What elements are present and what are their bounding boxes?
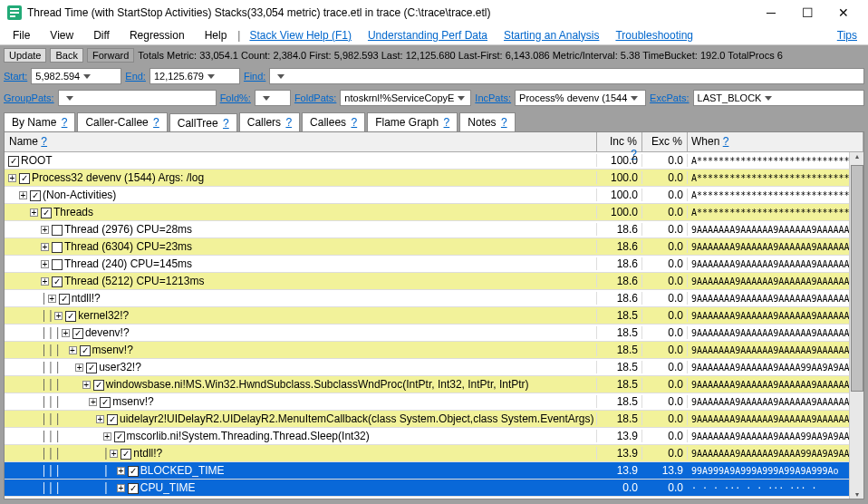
excpats-combo[interactable]: LAST_BLOCK [693,90,864,106]
checkbox-icon[interactable] [107,414,118,425]
incpats-label[interactable]: IncPats: [475,92,511,103]
expand-icon[interactable]: + [41,226,49,234]
menu-view[interactable]: View [41,27,82,44]
forward-button[interactable]: Forward [87,48,134,63]
grouppats-combo[interactable] [58,90,217,106]
find-combo[interactable] [269,68,864,84]
tree-row[interactable]: │││ +windowsbase.ni!MS.Win32.HwndSubclas… [5,376,863,393]
expand-icon[interactable]: + [41,277,49,286]
expand-icon[interactable]: + [48,295,56,303]
checkbox-icon[interactable] [65,311,76,322]
excpats-label[interactable]: ExcPats: [650,92,689,103]
tree-row[interactable]: │││ │ +CPU_TIME0.00.0·_·_·_···_·_·_···_·… [5,480,863,497]
col-when[interactable]: When ? [688,132,863,151]
checkbox-icon[interactable] [19,173,30,184]
link-starting-analysis[interactable]: Starting an Analysis [497,27,606,44]
vertical-scrollbar[interactable] [849,152,863,499]
foldpct-combo[interactable] [255,90,291,106]
col-inc-pct[interactable]: Inc % ? [597,132,642,151]
maximize-button[interactable]: ☐ [790,3,825,23]
col-name[interactable]: Name ? [5,132,597,151]
tree-row[interactable]: │││ +msenv!?18.50.09AAAAAAA9AAAAAA9AAAAA… [5,393,863,411]
checkbox-icon[interactable] [93,380,104,391]
tree-row[interactable]: │││+devenv!?18.50.09AAAAAAA9AAAAAA9AAAAA… [5,325,863,342]
tab-by-name[interactable]: By Name ? [4,112,75,131]
checkbox-icon[interactable] [52,259,63,270]
checkbox-icon[interactable] [128,483,139,494]
expand-icon[interactable]: + [96,415,104,423]
link-tips[interactable]: Tips [830,27,864,44]
expand-icon[interactable]: + [82,381,91,389]
tree-row[interactable]: +(Non-Activities)100.00.0A**************… [5,187,863,204]
checkbox-icon[interactable] [72,328,83,339]
checkbox-icon[interactable] [52,276,63,287]
expand-icon[interactable]: + [89,398,97,406]
tree-row[interactable]: │││ +mscorlib.ni!System.Threading.Thread… [5,428,863,445]
end-combo[interactable]: 12,125.679 [149,68,240,84]
tree-row[interactable]: │││ +msenv!?18.50.09AAAAAAA9AAAAAA9AAAAA… [5,342,863,359]
close-button[interactable]: ✕ [826,3,861,23]
tree-row[interactable]: ROOT100.00.0A***************************… [5,152,863,170]
expand-icon[interactable]: + [103,432,111,441]
foldpats-combo[interactable]: ntoskrnl!%ServiceCopyE [340,90,471,106]
update-button[interactable]: Update [4,48,46,63]
checkbox-icon[interactable] [52,242,63,253]
find-label[interactable]: Find: [244,71,265,82]
back-button[interactable]: Back [50,48,82,63]
expand-icon[interactable]: + [41,243,49,251]
tree-row[interactable]: │││ +user32!?18.50.09AAAAAAA9AAAAAA9AAAA… [5,359,863,376]
checkbox-icon[interactable] [100,397,111,408]
expand-icon[interactable]: + [30,208,38,217]
expand-icon[interactable]: + [19,191,27,199]
tree-row[interactable]: +Thread (6304) CPU=23ms18.60.09AAAAAAA9A… [5,238,863,256]
col-exc-pct[interactable]: Exc % [642,132,688,151]
checkbox-icon[interactable] [30,190,41,201]
tree-row[interactable]: +Thread (2976) CPU=28ms18.60.09AAAAAAA9A… [5,221,863,238]
foldpats-label[interactable]: FoldPats: [294,92,336,103]
link-understanding-perf[interactable]: Understanding Perf Data [361,27,495,44]
expand-icon[interactable]: + [117,467,125,475]
tab-callees[interactable]: Callees ? [302,112,365,131]
tree-row[interactable]: +Thread (5212) CPU=1213ms18.60.09AAAAAAA… [5,273,863,290]
tree-row[interactable]: +Thread (240) CPU=145ms18.60.09AAAAAAA9A… [5,256,863,273]
grouppats-label[interactable]: GroupPats: [4,92,54,103]
tree-row[interactable]: │││ │+ntdll!?13.90.09AAAAAAA9AAAAAA9AAAA… [5,445,863,462]
tab-caller-callee[interactable]: Caller-Callee ? [77,112,167,131]
checkbox-icon[interactable] [52,225,63,236]
expand-icon[interactable]: + [110,450,118,458]
checkbox-icon[interactable] [8,156,19,167]
menu-help[interactable]: Help [196,27,236,44]
incpats-combo[interactable]: Process% devenv (1544 [515,90,646,106]
checkbox-icon[interactable] [121,449,131,460]
link-stackview-help[interactable]: Stack View Help (F1) [242,27,358,44]
expand-icon[interactable]: + [75,363,83,372]
start-combo[interactable]: 5,982.594 [31,68,121,84]
expand-icon[interactable]: + [117,484,125,492]
menu-regression[interactable]: Regression [121,27,194,44]
checkbox-icon[interactable] [114,431,125,442]
expand-icon[interactable]: + [54,312,63,320]
minimize-button[interactable]: ─ [754,3,788,23]
tree-row[interactable]: │+ntdll!?18.60.09AAAAAAA9AAAAAA9AAAAAA9A… [5,290,863,307]
expand-icon[interactable]: + [41,260,49,268]
menu-diff[interactable]: Diff [84,27,119,44]
tree-row[interactable]: │││ +uidelayr2!UIDelayR2.UIDelayR2.MenuI… [5,411,863,428]
menu-file[interactable]: File [4,27,39,44]
tab-flame-graph[interactable]: Flame Graph ? [367,112,458,131]
link-troubleshooting[interactable]: Troubleshooting [608,27,700,44]
end-label[interactable]: End: [125,71,146,82]
foldpct-label[interactable]: Fold%: [220,92,251,103]
checkbox-icon[interactable] [80,345,91,356]
checkbox-icon[interactable] [41,208,52,218]
tab-callers[interactable]: Callers ? [239,112,300,131]
tree-row[interactable]: ││+kernel32!?18.50.09AAAAAAA9AAAAAA9AAAA… [5,307,863,325]
tree-row[interactable]: │││ │ +BLOCKED_TIME13.913.999A999A9A999A… [5,462,863,480]
checkbox-icon[interactable] [128,466,139,477]
tab-calltree[interactable]: CallTree ? [169,113,237,132]
checkbox-icon[interactable] [86,363,97,373]
scroll-thumb[interactable] [851,165,863,392]
checkbox-icon[interactable] [59,294,70,305]
expand-icon[interactable]: + [62,329,70,337]
expand-icon[interactable]: + [69,346,77,354]
expand-icon[interactable]: + [8,174,16,182]
